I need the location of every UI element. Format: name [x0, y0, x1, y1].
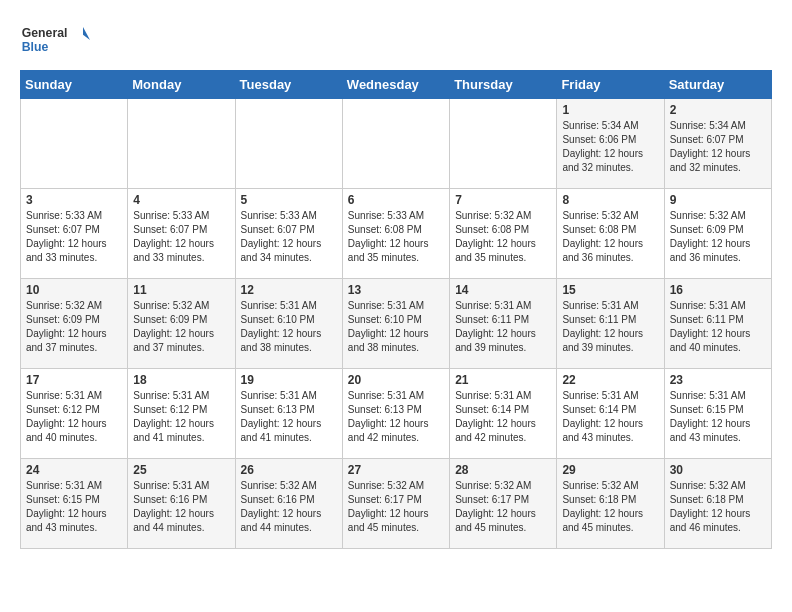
day-cell: 9Sunrise: 5:32 AM Sunset: 6:09 PM Daylig…: [664, 189, 771, 279]
day-cell: 29Sunrise: 5:32 AM Sunset: 6:18 PM Dayli…: [557, 459, 664, 549]
week-row-5: 24Sunrise: 5:31 AM Sunset: 6:15 PM Dayli…: [21, 459, 772, 549]
day-number: 28: [455, 463, 551, 477]
day-number: 2: [670, 103, 766, 117]
day-info: Sunrise: 5:32 AM Sunset: 6:16 PM Dayligh…: [241, 479, 337, 535]
day-cell: 1Sunrise: 5:34 AM Sunset: 6:06 PM Daylig…: [557, 99, 664, 189]
day-info: Sunrise: 5:31 AM Sunset: 6:14 PM Dayligh…: [562, 389, 658, 445]
day-info: Sunrise: 5:31 AM Sunset: 6:13 PM Dayligh…: [348, 389, 444, 445]
day-cell: 23Sunrise: 5:31 AM Sunset: 6:15 PM Dayli…: [664, 369, 771, 459]
day-number: 19: [241, 373, 337, 387]
day-info: Sunrise: 5:32 AM Sunset: 6:18 PM Dayligh…: [670, 479, 766, 535]
day-header-friday: Friday: [557, 71, 664, 99]
day-number: 20: [348, 373, 444, 387]
svg-text:General: General: [22, 26, 68, 40]
week-row-3: 10Sunrise: 5:32 AM Sunset: 6:09 PM Dayli…: [21, 279, 772, 369]
day-info: Sunrise: 5:31 AM Sunset: 6:13 PM Dayligh…: [241, 389, 337, 445]
day-info: Sunrise: 5:31 AM Sunset: 6:14 PM Dayligh…: [455, 389, 551, 445]
day-number: 13: [348, 283, 444, 297]
day-cell: 22Sunrise: 5:31 AM Sunset: 6:14 PM Dayli…: [557, 369, 664, 459]
calendar-table: SundayMondayTuesdayWednesdayThursdayFrid…: [20, 70, 772, 549]
day-cell: 11Sunrise: 5:32 AM Sunset: 6:09 PM Dayli…: [128, 279, 235, 369]
day-cell: 30Sunrise: 5:32 AM Sunset: 6:18 PM Dayli…: [664, 459, 771, 549]
day-cell: 5Sunrise: 5:33 AM Sunset: 6:07 PM Daylig…: [235, 189, 342, 279]
day-cell: 10Sunrise: 5:32 AM Sunset: 6:09 PM Dayli…: [21, 279, 128, 369]
day-header-sunday: Sunday: [21, 71, 128, 99]
day-cell: 3Sunrise: 5:33 AM Sunset: 6:07 PM Daylig…: [21, 189, 128, 279]
day-number: 6: [348, 193, 444, 207]
day-cell: 8Sunrise: 5:32 AM Sunset: 6:08 PM Daylig…: [557, 189, 664, 279]
day-cell: 24Sunrise: 5:31 AM Sunset: 6:15 PM Dayli…: [21, 459, 128, 549]
day-cell: 16Sunrise: 5:31 AM Sunset: 6:11 PM Dayli…: [664, 279, 771, 369]
day-cell: 17Sunrise: 5:31 AM Sunset: 6:12 PM Dayli…: [21, 369, 128, 459]
day-cell: [21, 99, 128, 189]
day-number: 1: [562, 103, 658, 117]
day-info: Sunrise: 5:32 AM Sunset: 6:09 PM Dayligh…: [26, 299, 122, 355]
day-number: 15: [562, 283, 658, 297]
day-cell: 12Sunrise: 5:31 AM Sunset: 6:10 PM Dayli…: [235, 279, 342, 369]
day-cell: 26Sunrise: 5:32 AM Sunset: 6:16 PM Dayli…: [235, 459, 342, 549]
day-number: 3: [26, 193, 122, 207]
day-info: Sunrise: 5:31 AM Sunset: 6:12 PM Dayligh…: [26, 389, 122, 445]
day-cell: [450, 99, 557, 189]
day-info: Sunrise: 5:31 AM Sunset: 6:11 PM Dayligh…: [670, 299, 766, 355]
svg-text:Blue: Blue: [22, 40, 49, 54]
day-number: 24: [26, 463, 122, 477]
day-info: Sunrise: 5:33 AM Sunset: 6:07 PM Dayligh…: [26, 209, 122, 265]
day-header-saturday: Saturday: [664, 71, 771, 99]
day-cell: 13Sunrise: 5:31 AM Sunset: 6:10 PM Dayli…: [342, 279, 449, 369]
day-number: 11: [133, 283, 229, 297]
day-header-monday: Monday: [128, 71, 235, 99]
day-info: Sunrise: 5:32 AM Sunset: 6:17 PM Dayligh…: [455, 479, 551, 535]
day-number: 21: [455, 373, 551, 387]
day-header-row: SundayMondayTuesdayWednesdayThursdayFrid…: [21, 71, 772, 99]
day-info: Sunrise: 5:32 AM Sunset: 6:08 PM Dayligh…: [455, 209, 551, 265]
day-number: 10: [26, 283, 122, 297]
week-row-2: 3Sunrise: 5:33 AM Sunset: 6:07 PM Daylig…: [21, 189, 772, 279]
day-number: 4: [133, 193, 229, 207]
day-cell: 6Sunrise: 5:33 AM Sunset: 6:08 PM Daylig…: [342, 189, 449, 279]
day-number: 29: [562, 463, 658, 477]
day-cell: 25Sunrise: 5:31 AM Sunset: 6:16 PM Dayli…: [128, 459, 235, 549]
day-number: 26: [241, 463, 337, 477]
day-info: Sunrise: 5:34 AM Sunset: 6:06 PM Dayligh…: [562, 119, 658, 175]
day-cell: 2Sunrise: 5:34 AM Sunset: 6:07 PM Daylig…: [664, 99, 771, 189]
day-cell: 15Sunrise: 5:31 AM Sunset: 6:11 PM Dayli…: [557, 279, 664, 369]
day-info: Sunrise: 5:32 AM Sunset: 6:08 PM Dayligh…: [562, 209, 658, 265]
day-header-thursday: Thursday: [450, 71, 557, 99]
day-number: 12: [241, 283, 337, 297]
day-info: Sunrise: 5:31 AM Sunset: 6:10 PM Dayligh…: [241, 299, 337, 355]
day-info: Sunrise: 5:32 AM Sunset: 6:18 PM Dayligh…: [562, 479, 658, 535]
day-info: Sunrise: 5:32 AM Sunset: 6:17 PM Dayligh…: [348, 479, 444, 535]
day-cell: [235, 99, 342, 189]
day-info: Sunrise: 5:32 AM Sunset: 6:09 PM Dayligh…: [133, 299, 229, 355]
day-cell: 20Sunrise: 5:31 AM Sunset: 6:13 PM Dayli…: [342, 369, 449, 459]
week-row-4: 17Sunrise: 5:31 AM Sunset: 6:12 PM Dayli…: [21, 369, 772, 459]
day-info: Sunrise: 5:33 AM Sunset: 6:08 PM Dayligh…: [348, 209, 444, 265]
svg-marker-2: [83, 27, 90, 40]
day-number: 5: [241, 193, 337, 207]
day-header-wednesday: Wednesday: [342, 71, 449, 99]
logo-svg: General Blue: [20, 20, 90, 60]
page-header: General Blue: [20, 20, 772, 60]
day-number: 9: [670, 193, 766, 207]
day-cell: 27Sunrise: 5:32 AM Sunset: 6:17 PM Dayli…: [342, 459, 449, 549]
day-cell: 19Sunrise: 5:31 AM Sunset: 6:13 PM Dayli…: [235, 369, 342, 459]
day-cell: 18Sunrise: 5:31 AM Sunset: 6:12 PM Dayli…: [128, 369, 235, 459]
day-number: 16: [670, 283, 766, 297]
day-info: Sunrise: 5:34 AM Sunset: 6:07 PM Dayligh…: [670, 119, 766, 175]
day-cell: [342, 99, 449, 189]
day-cell: [128, 99, 235, 189]
day-number: 17: [26, 373, 122, 387]
day-number: 18: [133, 373, 229, 387]
day-info: Sunrise: 5:31 AM Sunset: 6:10 PM Dayligh…: [348, 299, 444, 355]
day-cell: 28Sunrise: 5:32 AM Sunset: 6:17 PM Dayli…: [450, 459, 557, 549]
day-number: 23: [670, 373, 766, 387]
day-cell: 14Sunrise: 5:31 AM Sunset: 6:11 PM Dayli…: [450, 279, 557, 369]
day-cell: 4Sunrise: 5:33 AM Sunset: 6:07 PM Daylig…: [128, 189, 235, 279]
day-number: 27: [348, 463, 444, 477]
day-number: 8: [562, 193, 658, 207]
day-info: Sunrise: 5:33 AM Sunset: 6:07 PM Dayligh…: [133, 209, 229, 265]
week-row-1: 1Sunrise: 5:34 AM Sunset: 6:06 PM Daylig…: [21, 99, 772, 189]
day-info: Sunrise: 5:31 AM Sunset: 6:11 PM Dayligh…: [455, 299, 551, 355]
day-number: 30: [670, 463, 766, 477]
